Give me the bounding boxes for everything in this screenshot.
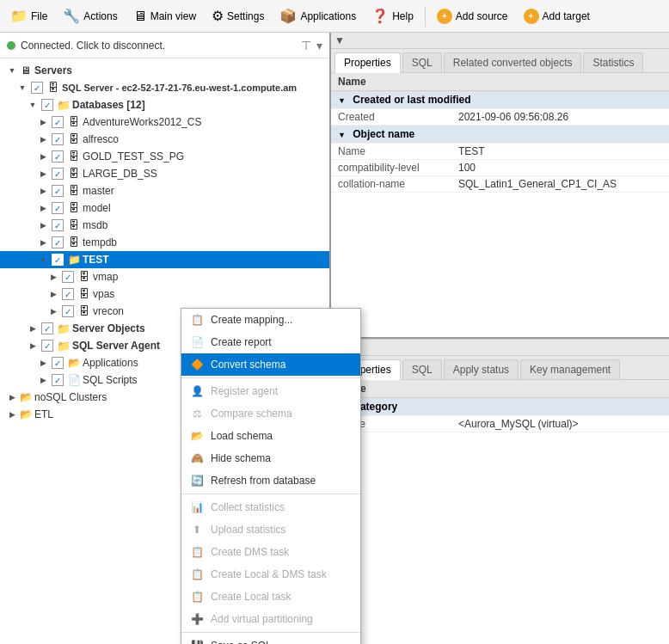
addtarget-icon: + [524, 9, 539, 24]
databases-checkbox[interactable] [41, 99, 53, 111]
test-label: TEST [83, 254, 109, 266]
create-report-icon: 📄 [190, 335, 204, 349]
applications-label: Applications [83, 357, 138, 369]
serverobj-label: Server Objects [72, 322, 145, 334]
row-created-val: 2021-09-06 09:56:08.26 [451, 109, 669, 126]
tempdb-checkbox[interactable] [52, 236, 64, 248]
databases-folder-icon: 📁 [57, 98, 71, 112]
sqlserver-checkbox[interactable] [31, 82, 43, 94]
sqlscripts-checkbox[interactable] [52, 374, 64, 386]
ctx-save-sql[interactable]: 💾 Save as SQL [181, 635, 360, 644]
alfresco-checkbox[interactable] [52, 133, 64, 145]
tab-sql-bottom[interactable]: SQL [402, 359, 442, 379]
serverobj-checkbox[interactable] [41, 322, 53, 334]
ctx-compare-schema-label: Compare schema [211, 408, 292, 420]
ctx-convert-schema[interactable]: 🔶 Convert schema [181, 353, 360, 376]
tree-db-model[interactable]: 🗄 model [0, 199, 329, 217]
ctx-load-schema[interactable]: 📂 Load schema [181, 425, 360, 447]
bottom-properties-table: Name ▼ Category Name [331, 380, 669, 432]
vpas-arrow [48, 290, 58, 298]
tab-key-mgmt[interactable]: Key management [520, 359, 620, 379]
vmap-label: vmap [93, 271, 118, 283]
tab-properties-top[interactable]: Properties [334, 52, 401, 73]
ctx-create-mapping[interactable]: 📋 Create mapping... [181, 309, 360, 331]
collect-stats-icon: 📊 [190, 500, 204, 514]
etl-label: ETL [34, 408, 53, 420]
ctx-hide-schema[interactable]: 🙈 Hide schema [181, 447, 360, 469]
section-created-label: ▼ Created or last modified [331, 91, 669, 109]
sqlagent-checkbox[interactable] [41, 340, 53, 352]
bottom-expand-bar[interactable]: ▼ [331, 339, 669, 356]
panel-arrow-icon[interactable]: ▾ [316, 39, 322, 52]
tree-db-vpas[interactable]: 🗄 vpas [0, 285, 329, 303]
nosql-arrow [7, 393, 17, 402]
tree-db-vmap[interactable]: 🗄 vmap [0, 268, 329, 285]
tab-related-top[interactable]: Related converted objects [444, 52, 582, 72]
adventure-checkbox[interactable] [52, 116, 64, 128]
tab-sql-top[interactable]: SQL [402, 52, 442, 72]
tree-db-adventure[interactable]: 🗄 AdventureWorks2012_CS [0, 113, 329, 131]
vpas-checkbox[interactable] [62, 288, 74, 300]
applications-checkbox[interactable] [52, 357, 64, 369]
tab-sql-top-label: SQL [412, 57, 433, 69]
large-icon: 🗄 [67, 167, 81, 181]
toolbar-mainview[interactable]: 🖥 Main view [126, 5, 203, 28]
toolbar-addsource-label: Add source [456, 10, 508, 22]
toolbar-settings[interactable]: ⚙ Settings [205, 4, 271, 28]
tree-db-alfresco[interactable]: 🗄 alfresco [0, 131, 329, 148]
create-local-dms-icon: 📋 [190, 567, 204, 581]
toolbar-applications[interactable]: 📦 Applications [273, 4, 363, 28]
ctx-create-report-label: Create report [211, 336, 272, 348]
ctx-refresh[interactable]: 🔄 Refresh from database [181, 469, 360, 492]
tab-stats-top-label: Statistics [592, 57, 634, 69]
toolbar-help[interactable]: ❓ Help [365, 4, 420, 28]
servers-folder-icon: 🖥 [19, 64, 33, 77]
tree-db-test[interactable]: 📁 TEST [0, 251, 329, 268]
toolbar-actions[interactable]: 🔧 Actions [56, 4, 124, 28]
ctx-create-report[interactable]: 📄 Create report [181, 331, 360, 353]
tree-db-gold[interactable]: 🗄 GOLD_TEST_SS_PG [0, 148, 329, 165]
test-checkbox[interactable] [52, 254, 64, 266]
model-icon: 🗄 [67, 201, 81, 215]
msdb-arrow [38, 221, 48, 230]
section-created-arrow: ▼ [338, 96, 346, 105]
large-checkbox[interactable] [52, 168, 64, 180]
toolbar-add-target[interactable]: + Add target [517, 5, 597, 28]
gold-label: GOLD_TEST_SS_PG [83, 150, 184, 163]
toolbar-file[interactable]: 📁 File [3, 4, 54, 28]
bottom-tab-bar: Properties SQL Apply status Key manageme… [331, 356, 669, 380]
vrecon-checkbox[interactable] [62, 305, 74, 317]
model-checkbox[interactable] [52, 202, 64, 214]
sqlserver-icon: 🗄 [46, 81, 60, 95]
tree-db-large[interactable]: 🗄 LARGE_DB_SS [0, 165, 329, 182]
tempdb-icon: 🗄 [67, 236, 81, 249]
top-table-header-value [451, 73, 669, 91]
settings-icon: ⚙ [212, 8, 224, 24]
msdb-checkbox[interactable] [52, 219, 64, 231]
top-expand-bar[interactable]: ▼ [331, 33, 669, 49]
tree-db-master[interactable]: 🗄 master [0, 182, 329, 199]
toolbar-mainview-label: Main view [150, 10, 196, 22]
tree-db-tempdb[interactable]: 🗄 tempdb [0, 234, 329, 251]
tab-properties-top-label: Properties [344, 57, 391, 69]
gold-checkbox[interactable] [52, 150, 64, 163]
upload-stats-icon: ⬆ [190, 523, 204, 537]
ctx-register-agent-label: Register agent [211, 385, 278, 397]
tab-apply-status[interactable]: Apply status [444, 359, 519, 379]
vmap-checkbox[interactable] [62, 271, 74, 283]
tree-sql-server[interactable]: 🗄 SQL Server - ec2-52-17-21-76.eu-west-1… [0, 79, 329, 96]
tree-databases[interactable]: 📁 Databases [12] [0, 96, 329, 113]
ctx-add-virtual: ➕ Add virtual partitioning [181, 608, 360, 630]
tree-servers[interactable]: 🖥 Servers [0, 62, 329, 79]
toolbar-add-source[interactable]: + Add source [430, 5, 515, 28]
vrecon-icon: 🗄 [77, 304, 91, 318]
ctx-create-local-dms-label: Create Local & DMS task [211, 568, 327, 580]
connection-text[interactable]: Connected. Click to disconnect. [21, 40, 296, 52]
filter-icon[interactable]: ⊤ [301, 39, 311, 52]
serverobj-icon: 📁 [57, 322, 71, 335]
tree-db-msdb[interactable]: 🗄 msdb [0, 217, 329, 234]
tab-stats-top[interactable]: Statistics [583, 52, 643, 72]
adventure-label: AdventureWorks2012_CS [83, 116, 202, 128]
register-agent-icon: 👤 [190, 384, 204, 398]
master-checkbox[interactable] [52, 185, 64, 197]
